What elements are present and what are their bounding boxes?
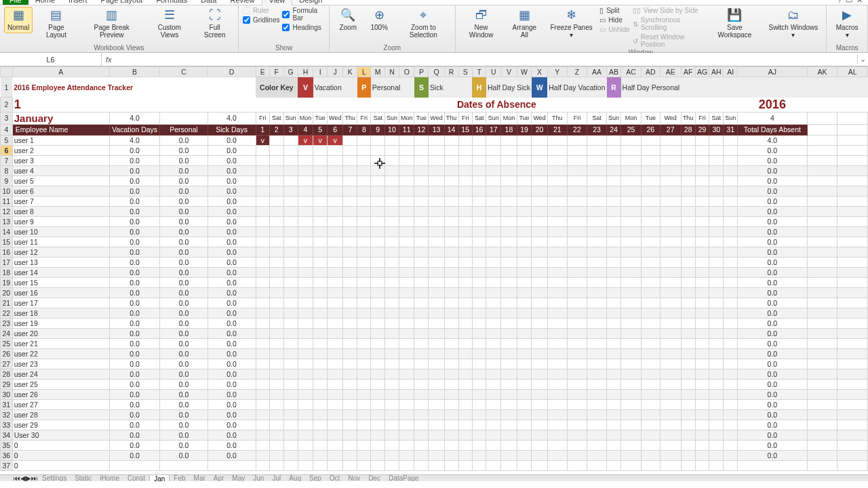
- day-cell[interactable]: [269, 247, 283, 257]
- total-absent[interactable]: 0.0: [738, 379, 807, 389]
- day-cell[interactable]: [283, 348, 298, 359]
- day-cell[interactable]: [429, 409, 444, 420]
- day-cell[interactable]: [641, 247, 660, 257]
- day-cell[interactable]: [486, 267, 501, 277]
- employee-name[interactable]: user 15: [12, 277, 109, 287]
- vacation-days[interactable]: 0.0: [109, 318, 159, 328]
- day-cell[interactable]: [399, 338, 414, 348]
- day-cell[interactable]: [517, 430, 532, 440]
- day-cell[interactable]: [472, 399, 486, 409]
- col-header-N[interactable]: N: [384, 67, 399, 77]
- day-cell[interactable]: [517, 206, 532, 216]
- day-cell[interactable]: [283, 165, 298, 176]
- day-cell[interactable]: [298, 237, 313, 247]
- col-header-P[interactable]: P: [414, 67, 429, 77]
- employee-name[interactable]: user 2: [12, 145, 109, 155]
- day-cell[interactable]: [256, 196, 269, 206]
- day-cell[interactable]: [458, 237, 472, 247]
- day-cell[interactable]: [501, 216, 517, 226]
- col-header-K[interactable]: K: [343, 67, 357, 77]
- day-cell[interactable]: [681, 237, 695, 247]
- day-cell[interactable]: [695, 460, 709, 470]
- day-cell[interactable]: [414, 196, 429, 206]
- day-cell[interactable]: [587, 379, 606, 389]
- vacation-days[interactable]: 0.0: [109, 196, 159, 206]
- personal-days[interactable]: 0.0: [160, 389, 208, 399]
- day-cell[interactable]: [695, 145, 709, 155]
- day-cell[interactable]: [328, 277, 343, 287]
- day-cell[interactable]: [486, 237, 501, 247]
- day-cell[interactable]: [709, 430, 724, 440]
- day-cell[interactable]: [256, 277, 269, 287]
- day-cell[interactable]: [371, 226, 385, 237]
- personal-days[interactable]: 0.0: [160, 176, 208, 186]
- day-cell[interactable]: [660, 369, 681, 379]
- day-cell[interactable]: [298, 165, 313, 176]
- day-cell[interactable]: [313, 440, 328, 450]
- day-cell[interactable]: [641, 318, 660, 328]
- day-cell[interactable]: [486, 389, 501, 399]
- day-cell[interactable]: [501, 379, 517, 389]
- day-cell[interactable]: [384, 409, 399, 420]
- day-cell[interactable]: [399, 450, 414, 460]
- day-cell[interactable]: [429, 196, 444, 206]
- day-cell[interactable]: [709, 379, 724, 389]
- col-header-AB[interactable]: AB: [607, 67, 621, 77]
- day-cell[interactable]: [269, 216, 283, 226]
- day-cell[interactable]: [429, 379, 444, 389]
- day-cell[interactable]: [371, 348, 385, 359]
- day-cell[interactable]: [429, 186, 444, 196]
- day-cell[interactable]: [547, 328, 567, 338]
- sheet-tab-datapage[interactable]: DataPage: [384, 474, 422, 481]
- day-cell[interactable]: [384, 298, 399, 308]
- day-cell[interactable]: [486, 287, 501, 298]
- sick-days[interactable]: 0.0: [208, 430, 256, 440]
- day-cell[interactable]: [371, 135, 385, 145]
- day-cell[interactable]: [313, 176, 328, 186]
- col-header-T[interactable]: T: [472, 67, 486, 77]
- day-cell[interactable]: [328, 145, 343, 155]
- day-cell[interactable]: [371, 399, 385, 409]
- sheet-tab-ihome[interactable]: iHome: [96, 474, 123, 481]
- day-cell[interactable]: [429, 257, 444, 267]
- day-cell[interactable]: [343, 196, 357, 206]
- day-cell[interactable]: [724, 420, 738, 430]
- day-cell[interactable]: [532, 216, 547, 226]
- vacation-days[interactable]: 0.0: [109, 155, 159, 165]
- day-cell[interactable]: [709, 216, 724, 226]
- day-cell[interactable]: [641, 359, 660, 369]
- day-cell[interactable]: [384, 186, 399, 196]
- hide-button[interactable]: ▭ Hide: [599, 16, 630, 24]
- day-cell[interactable]: [587, 267, 606, 277]
- sick-days[interactable]: 0.0: [208, 338, 256, 348]
- day-cell[interactable]: [709, 420, 724, 430]
- day-cell[interactable]: [681, 359, 695, 369]
- day-cell[interactable]: [607, 237, 621, 247]
- day-cell[interactable]: [517, 216, 532, 226]
- day-cell[interactable]: [567, 287, 587, 298]
- day-cell[interactable]: [371, 257, 385, 267]
- day-cell[interactable]: [343, 277, 357, 287]
- day-cell[interactable]: [444, 155, 458, 165]
- day-cell[interactable]: [567, 308, 587, 318]
- day-cell[interactable]: [399, 247, 414, 257]
- day-cell[interactable]: [695, 186, 709, 196]
- day-cell[interactable]: [641, 328, 660, 338]
- day-cell[interactable]: [414, 216, 429, 226]
- day-cell[interactable]: [587, 186, 606, 196]
- day-cell[interactable]: [695, 196, 709, 206]
- col-header-AL[interactable]: AL: [837, 67, 868, 77]
- day-cell[interactable]: [384, 135, 399, 145]
- day-cell[interactable]: [660, 226, 681, 237]
- day-cell[interactable]: [384, 257, 399, 267]
- day-cell[interactable]: [547, 206, 567, 216]
- day-cell[interactable]: [472, 237, 486, 247]
- sick-days[interactable]: 0.0: [208, 247, 256, 257]
- day-cell[interactable]: [681, 338, 695, 348]
- day-cell[interactable]: [399, 308, 414, 318]
- day-cell[interactable]: [444, 308, 458, 318]
- day-cell[interactable]: [695, 206, 709, 216]
- total-absent[interactable]: 4.0: [738, 135, 807, 145]
- day-cell[interactable]: [384, 216, 399, 226]
- day-cell[interactable]: [357, 369, 371, 379]
